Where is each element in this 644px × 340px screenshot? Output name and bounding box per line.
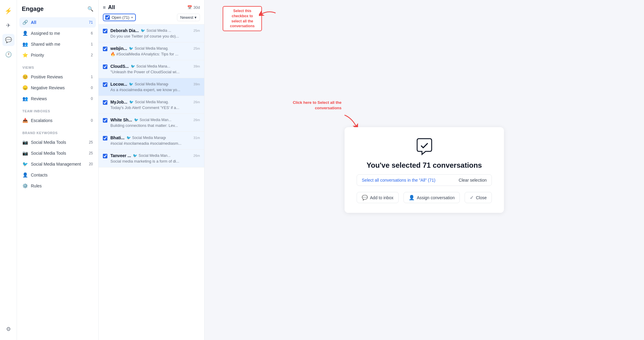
sidebar-item-social-mgmt[interactable]: 🐦 Social Media Management 20 <box>19 159 96 169</box>
brand-keywords-nav: 📷 Social Media Tools 25 📷 Social Media T… <box>17 136 98 193</box>
rail-icon-inbox[interactable]: 💬 <box>2 34 15 46</box>
conv-list-header: ≡ All 📅 30d Open (71) ▾ Newest ▾ <box>99 0 204 25</box>
sidebar-item-escalations[interactable]: 📥 Escalations 0 <box>19 115 96 126</box>
select-all-link[interactable]: Select all conversations in the "All" (7… <box>362 178 435 183</box>
add-to-inbox-button[interactable]: 💬 Add to inbox <box>357 192 399 203</box>
conv-item[interactable]: CloudS... 🐦 Social Media Mana... 39m "Un… <box>99 60 204 78</box>
assign-conversation-button[interactable]: 👤 Assign conversation <box>404 192 460 203</box>
sidebar-item-contacts[interactable]: 👤 Contacts <box>19 170 96 180</box>
conv-preview: Do you use Twitter (of course you do)... <box>110 34 200 38</box>
conv-time: 25m <box>194 29 200 32</box>
sidebar-item-social-tools-1[interactable]: 📷 Social Media Tools 25 <box>19 137 96 147</box>
conv-list-title: All <box>108 4 185 11</box>
conv-date-label: 30d <box>193 5 200 10</box>
close-check-icon: ✓ <box>470 195 474 200</box>
calendar-icon: 📅 <box>187 5 192 10</box>
close-button[interactable]: ✓ Close <box>465 192 492 203</box>
conv-item[interactable]: webjin... 🐦 Social Media Manag... 25m 🔥 … <box>99 42 204 60</box>
sidebar-item-negative-reviews[interactable]: 😞 Negative Reviews 0 <box>19 83 96 93</box>
conv-item[interactable]: Bhati... 🐦 Social Media Manage... 31m #s… <box>99 132 204 150</box>
conv-checkbox[interactable] <box>103 100 107 105</box>
conv-checkbox[interactable] <box>103 29 107 33</box>
conv-item[interactable]: MyJob... 🐦 Social Media Manag... 26m Tod… <box>99 96 204 114</box>
sidebar-item-positive-reviews[interactable]: 😊 Positive Reviews 1 <box>19 72 96 82</box>
conv-checkbox[interactable] <box>103 47 107 51</box>
conv-item-header: Bhati... 🐦 Social Media Manage... 31m <box>110 135 200 140</box>
sidebar-item-shared[interactable]: 👥 Shared with me 1 <box>19 39 96 49</box>
conv-source: 🐦 Social Media Manage... <box>126 136 166 140</box>
conv-source: 🐦 Social Media ... <box>141 28 171 33</box>
clear-selection-button[interactable]: Clear selection <box>459 178 487 183</box>
sidebar-item-priority[interactable]: ⭐ Priority 2 <box>19 50 96 60</box>
sidebar-item-reviews[interactable]: 👥 Reviews 0 <box>19 94 96 104</box>
views-nav: 😊 Positive Reviews 1 😞 Negative Reviews … <box>17 71 98 106</box>
annotation-icon-text: Click here to Select all the conversatio… <box>290 100 342 111</box>
rail-icon-bolt[interactable]: ⚡ <box>2 5 15 17</box>
conv-source: 🐦 Social Media Mana... <box>131 64 170 68</box>
nav-label-negative: Negative Reviews <box>31 85 88 90</box>
conv-content: Tanveer ... 🐦 Social Media Man... 26m So… <box>110 153 200 163</box>
sort-button[interactable]: Newest ▾ <box>177 14 200 21</box>
rail-icon-send[interactable]: ✈ <box>2 19 15 31</box>
nav-label-contacts: Contacts <box>31 173 93 177</box>
brand-keywords-label: BRAND KEYWORDS <box>17 127 98 136</box>
select-all-checkbox[interactable] <box>105 15 110 20</box>
conv-item[interactable]: Deborah Dia... 🐦 Social Media ... 25m Do… <box>99 25 204 42</box>
conv-time: 26m <box>194 154 200 157</box>
conv-time: 31m <box>194 136 200 140</box>
conv-time: 26m <box>194 100 200 104</box>
conv-time: 39m <box>194 82 200 86</box>
sidebar-nav: 🔗 All 71 👤 Assigned to me 6 👥 Shared wit… <box>17 16 98 62</box>
shared-icon: 👥 <box>22 41 28 47</box>
conv-checkbox[interactable] <box>103 136 107 140</box>
icon-rail: ⚡ ✈ 💬 🕐 ⚙ <box>0 0 17 340</box>
search-icon[interactable]: 🔍 <box>87 6 93 12</box>
conv-content: Bhati... 🐦 Social Media Manage... 31m #s… <box>110 135 200 146</box>
conversation-list: ≡ All 📅 30d Open (71) ▾ Newest ▾ <box>99 0 204 340</box>
sidebar-item-rules[interactable]: ⚙️ Rules <box>19 181 96 191</box>
conv-item-header: CloudS... 🐦 Social Media Mana... 39m <box>110 64 200 69</box>
nav-label-all: All <box>31 20 86 25</box>
team-inboxes-nav: 📥 Escalations 0 <box>17 114 98 127</box>
conv-content: White Sh... 🐦 Social Media Man... 26m Bu… <box>110 117 200 128</box>
nav-label-social-tools-2: Social Media Tools <box>31 151 86 156</box>
hamburger-icon[interactable]: ≡ <box>103 5 106 10</box>
sidebar-item-all[interactable]: 🔗 All 71 <box>19 17 96 28</box>
filter-caret-icon[interactable]: ▾ <box>131 16 133 19</box>
conv-preview: Social media marketing is a form of di..… <box>110 159 200 163</box>
conv-checkbox[interactable] <box>103 118 107 123</box>
conv-time: 39m <box>194 64 200 68</box>
conv-items: Deborah Dia... 🐦 Social Media ... 25m Do… <box>99 25 204 340</box>
sidebar-item-social-tools-2[interactable]: 📷 Social Media Tools 25 <box>19 148 96 158</box>
nav-badge-negative: 0 <box>91 86 93 90</box>
conv-item[interactable]: Locow... 🐦 Social Media Manage... 39m As… <box>99 78 204 96</box>
nav-label-rules: Rules <box>31 183 93 188</box>
conv-name: Locow... <box>110 82 127 87</box>
sort-caret-icon: ▾ <box>195 15 197 20</box>
conv-checkbox[interactable] <box>103 64 107 69</box>
rules-icon: ⚙️ <box>22 183 28 189</box>
main-selection-card: You've selected 71 conversations Select … <box>345 127 504 213</box>
conv-preview: Building connections that matter: Lev... <box>110 123 200 128</box>
filter-checkbox-wrap[interactable]: Open (71) ▾ <box>103 14 136 21</box>
conv-filter-row: Open (71) ▾ Newest ▾ <box>103 14 200 21</box>
conv-checkbox[interactable] <box>103 154 107 158</box>
main-content: Select this checkbox to select all the c… <box>204 0 644 340</box>
nav-badge-social-mgmt: 20 <box>89 162 93 166</box>
sidebar-item-assigned[interactable]: 👤 Assigned to me 6 <box>19 28 96 38</box>
nav-label-priority: Priority <box>31 53 88 58</box>
conv-time: 26m <box>194 118 200 122</box>
conv-item[interactable]: Tanveer ... 🐦 Social Media Man... 26m So… <box>99 150 204 167</box>
conv-preview: #social #socilameadia #socialmediasm... <box>110 141 200 146</box>
rail-icon-settings[interactable]: ⚙ <box>2 323 15 335</box>
engage-large-icon <box>357 137 492 156</box>
rail-icon-clock[interactable]: 🕐 <box>2 48 15 61</box>
social-tools-1-icon: 📷 <box>22 140 28 145</box>
nav-label-positive: Positive Reviews <box>31 74 88 79</box>
conv-item[interactable]: White Sh... 🐦 Social Media Man... 26m Bu… <box>99 114 204 132</box>
nav-label-assigned: Assigned to me <box>31 31 88 36</box>
conv-checkbox[interactable] <box>103 82 107 87</box>
conv-source: 🐦 Social Media Manag... <box>129 46 168 51</box>
twitter-icon: 🐦 <box>129 46 133 51</box>
positive-reviews-icon: 😊 <box>22 74 28 80</box>
